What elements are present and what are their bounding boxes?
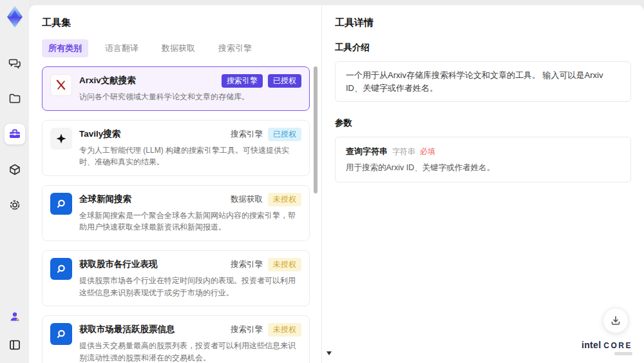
category-tabs: 所有类别 语言翻译 数据获取 搜索引擎 [42, 39, 321, 57]
tool-card-most-active-stocks[interactable]: 获取市场最活跃股票信息 搜索引擎 未授权 提供当天交易量最高的股票列表，投资者可… [42, 315, 310, 363]
search-icon [50, 258, 72, 280]
category-label: 搜索引擎 [231, 259, 263, 270]
category-label: 数据获取 [231, 194, 263, 205]
folder-icon[interactable] [5, 88, 25, 109]
tool-name: 获取股市各行业表现 [79, 258, 225, 270]
auth-status-badge: 已授权 [268, 128, 301, 141]
user-avatar-icon[interactable] [5, 306, 25, 327]
left-rail [0, 0, 29, 363]
param-name: 查询字符串 [346, 146, 388, 157]
settings-gear-icon[interactable] [5, 195, 25, 215]
rail-nav [5, 53, 25, 215]
tool-intro-box: 一个用于从Arxiv存储库搜索科学论文和文章的工具。 输入可以是Arxiv ID… [335, 61, 631, 102]
app-logo-icon [4, 5, 26, 28]
tab-data-acquisition[interactable]: 数据获取 [155, 39, 202, 57]
category-badge: 搜索引擎 [222, 74, 263, 88]
brand-intel-text: intel [582, 340, 601, 350]
tool-card-sector-performance[interactable]: 获取股市各行业表现 搜索引擎 未授权 提供股票市场各个行业在特定时间段内的表现。… [42, 250, 310, 306]
intel-core-logo: intel CORE [582, 340, 632, 355]
detail-title: 工具详情 [335, 17, 631, 29]
auth-status-badge: 未授权 [268, 193, 301, 206]
tool-description: 提供当天交易量最高的股票列表，投资者可以利用这些信息来识别流动性强的股票和潜在的… [79, 340, 301, 363]
main-surface: 工具集 所有类别 语言翻译 数据获取 搜索引擎 [29, 5, 644, 363]
tab-language-translation[interactable]: 语言翻译 [99, 39, 145, 57]
tab-search-engine[interactable]: 搜索引擎 [212, 39, 258, 57]
list-scrollbar[interactable] [314, 55, 317, 351]
tool-description: 专为人工智能代理 (LLM) 构建的搜索引擎工具。可快速提供实时、准确和真实的结… [79, 144, 301, 168]
params-section-title: 参数 [335, 117, 631, 129]
tool-name: 全球新闻搜索 [79, 193, 225, 205]
scrollbar-thumb[interactable] [314, 66, 317, 193]
param-type: 字符串 [392, 146, 415, 157]
download-button[interactable] [603, 308, 629, 333]
param-description: 用于搜索的Arxiv ID、关键字或作者姓名。 [346, 162, 620, 173]
sparkle-icon [50, 128, 72, 150]
page-title: 工具集 [42, 17, 321, 29]
chat-icon[interactable] [5, 53, 25, 74]
brand-core-text: CORE [603, 341, 632, 350]
arxiv-icon [50, 74, 72, 96]
brand-subtext-bar [614, 352, 632, 355]
param-box: 查询字符串 字符串 必填 用于搜索的Arxiv ID、关键字或作者姓名。 [335, 137, 631, 182]
toolbox-icon-active[interactable] [5, 124, 25, 144]
tool-description: 全球新闻搜索是一个聚合全球各大新闻网站内容的搜索引擎，帮助用户快速获取全球最新资… [79, 210, 301, 233]
tool-description: 提供股票市场各个行业在特定时间段内的表现。投资者可以利用这些信息来识别表现优于或… [79, 275, 301, 299]
tool-name: 获取市场最活跃股票信息 [79, 323, 225, 335]
cube-icon[interactable] [5, 159, 25, 180]
tool-detail-panel: 工具详情 工具介绍 一个用于从Arxiv存储库搜索科学论文和文章的工具。 输入可… [322, 5, 644, 363]
category-label: 搜索引擎 [231, 129, 263, 140]
app-window: 工具集 所有类别 语言翻译 数据获取 搜索引擎 [0, 0, 644, 363]
auth-status-badge: 未授权 [268, 258, 301, 271]
tool-description: 访问各个研究领域大量科学论文和文章的存储库。 [79, 91, 301, 103]
search-icon [50, 193, 72, 215]
category-label: 搜索引擎 [231, 324, 263, 335]
rail-bottom [5, 306, 25, 355]
tool-card-list: Arxiv文献搜索 搜索引擎 已授权 访问各个研究领域大量科学论文和文章的存储库… [42, 66, 310, 363]
auth-status-badge: 已授权 [268, 74, 301, 88]
tab-all-categories[interactable]: 所有类别 [42, 39, 88, 57]
search-icon [50, 323, 72, 345]
tool-card-global-news[interactable]: 全球新闻搜索 数据获取 未授权 全球新闻搜索是一个聚合全球各大新闻网站内容的搜索… [42, 185, 310, 241]
tool-card-arxiv[interactable]: Arxiv文献搜索 搜索引擎 已授权 访问各个研究领域大量科学论文和文章的存储库… [42, 66, 310, 111]
param-required-flag: 必填 [420, 146, 435, 157]
panel-toggle-icon[interactable] [5, 335, 25, 355]
auth-status-badge: 未授权 [268, 323, 301, 337]
tool-card-tavily[interactable]: Tavily搜索 搜索引擎 已授权 专为人工智能代理 (LLM) 构建的搜索引擎… [42, 120, 310, 176]
tool-name: Arxiv文献搜索 [79, 74, 216, 86]
intro-section-title: 工具介绍 [335, 42, 631, 54]
tools-list-panel: 工具集 所有类别 语言翻译 数据获取 搜索引擎 [29, 5, 322, 363]
tool-name: Tavily搜索 [79, 128, 225, 140]
